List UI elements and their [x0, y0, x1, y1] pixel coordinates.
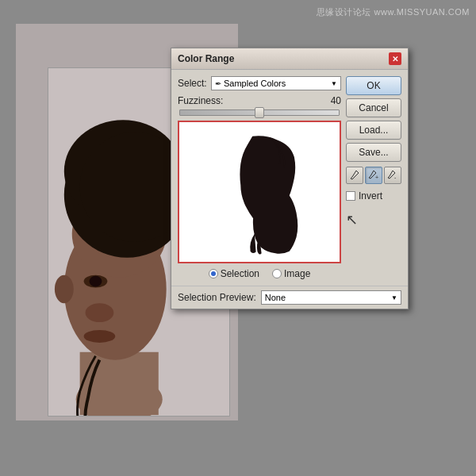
- watermark: 思缘设计论坛 www.MISSYUAN.COM: [317, 6, 470, 18]
- image-radio-circle: [272, 269, 282, 278]
- dialog-title: Color Range: [178, 53, 234, 64]
- selection-radio-circle: [209, 269, 218, 278]
- radio-row: Selection Image: [178, 268, 341, 279]
- cursor-arrow-icon: ↖: [346, 211, 401, 228]
- fuzziness-slider[interactable]: [178, 109, 341, 116]
- select-row: Select: ✒ Sampled Colors ▼: [178, 76, 341, 90]
- eyedropper-select-icon: ✒: [215, 79, 221, 88]
- selection-preview-row: Selection Preview: None ▼: [171, 286, 408, 309]
- selection-radio[interactable]: Selection: [209, 268, 259, 279]
- preview-dropdown-arrow-icon: ▼: [391, 294, 397, 301]
- select-label: Select:: [178, 78, 208, 89]
- dialog-left-panel: Select: ✒ Sampled Colors ▼ Fuzziness: 40: [178, 76, 341, 279]
- fuzziness-row: Fuzziness: 40: [178, 95, 341, 106]
- invert-label: Invert: [359, 190, 382, 202]
- dialog-titlebar: Color Range ✕: [171, 48, 408, 70]
- eyedropper-icon: [350, 170, 359, 181]
- color-range-preview: [178, 121, 341, 263]
- svg-text:+: +: [375, 175, 378, 180]
- image-radio-label: Image: [284, 268, 310, 279]
- image-radio[interactable]: Image: [272, 268, 310, 279]
- slider-track: [179, 109, 340, 116]
- eyedropper-add-tool[interactable]: +: [365, 167, 382, 184]
- selection-preview-dropdown[interactable]: None ▼: [261, 290, 401, 305]
- cancel-button[interactable]: Cancel: [346, 98, 401, 117]
- eyedropper-subtract-tool[interactable]: -: [384, 167, 401, 184]
- eyedropper-minus-icon: -: [387, 170, 398, 181]
- preview-svg: [179, 122, 340, 262]
- select-dropdown[interactable]: ✒ Sampled Colors ▼: [211, 76, 341, 90]
- svg-text:-: -: [394, 175, 397, 180]
- svg-line-14: [352, 178, 354, 179]
- preview-value: None: [265, 293, 286, 302]
- close-button[interactable]: ✕: [389, 52, 401, 65]
- eyedropper-tools: + -: [346, 167, 401, 184]
- dialog-body: Select: ✒ Sampled Colors ▼ Fuzziness: 40: [171, 70, 408, 286]
- selection-preview-label: Selection Preview:: [178, 292, 256, 303]
- select-arrow-icon: ▼: [331, 80, 337, 87]
- ok-button[interactable]: OK: [346, 76, 401, 95]
- svg-point-5: [55, 275, 74, 304]
- slider-thumb[interactable]: [255, 107, 264, 118]
- save-button[interactable]: Save...: [346, 143, 401, 162]
- fuzziness-value: 40: [321, 95, 341, 106]
- svg-point-11: [86, 303, 114, 322]
- svg-point-10: [90, 276, 102, 287]
- fuzziness-label: Fuzziness:: [178, 95, 318, 106]
- svg-point-12: [84, 330, 116, 343]
- eyedropper-tool[interactable]: [346, 167, 363, 184]
- invert-row: Invert: [346, 190, 401, 202]
- eyedropper-plus-icon: +: [368, 170, 379, 181]
- load-button[interactable]: Load...: [346, 121, 401, 140]
- color-range-dialog: Color Range ✕ Select: ✒ Sampled Colors ▼…: [171, 48, 409, 309]
- invert-checkbox[interactable]: [346, 191, 355, 201]
- selection-radio-label: Selection: [221, 268, 259, 279]
- select-value: Sampled Colors: [224, 79, 286, 88]
- dialog-right-panel: OK Cancel Load... Save... +: [346, 76, 401, 279]
